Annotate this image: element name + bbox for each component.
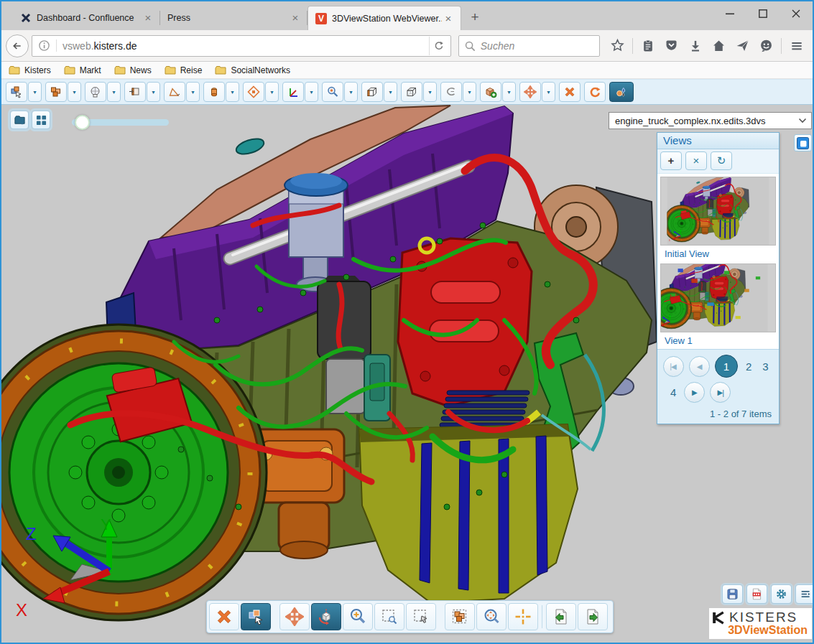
share-button[interactable]: [731, 34, 754, 57]
pager-last-button[interactable]: ▶|: [710, 382, 731, 403]
pager-page-4[interactable]: 4: [667, 386, 679, 398]
annotation-button[interactable]: [440, 82, 462, 102]
rotate-button[interactable]: [311, 603, 341, 630]
add-view-button[interactable]: +: [660, 151, 682, 170]
select-visible-button[interactable]: [445, 603, 475, 630]
add-view-button[interactable]: [10, 111, 29, 129]
alignment-axes-dropdown[interactable]: ▼: [305, 82, 318, 102]
zoom-fit-button[interactable]: [476, 603, 507, 630]
new-tab-button[interactable]: +: [464, 8, 486, 28]
panel-toggle-button[interactable]: [794, 134, 812, 151]
minimize-button[interactable]: [713, 1, 746, 26]
cube-wireframe-button[interactable]: [401, 82, 422, 102]
reload-model-button[interactable]: [584, 82, 606, 102]
next-view-button[interactable]: [578, 603, 608, 630]
measurement-button[interactable]: [164, 82, 185, 102]
model-file-select[interactable]: engine_truck_complex.nx.edits.3dvs: [609, 112, 812, 129]
alignment-axes-button[interactable]: [282, 82, 304, 102]
bookmark-kisters[interactable]: Kisters: [9, 65, 51, 75]
section-button[interactable]: [124, 82, 146, 102]
pager-page-1[interactable]: 1: [715, 355, 738, 378]
move-gizmo-dropdown[interactable]: ▼: [265, 82, 279, 102]
center-crosshair-button[interactable]: [508, 603, 538, 630]
select-mode-button[interactable]: [241, 603, 271, 630]
view-item-1[interactable]: View 1: [657, 261, 779, 347]
tab-press[interactable]: Press ×: [160, 6, 307, 30]
pager-page-3[interactable]: 3: [759, 360, 771, 373]
bookmark-reise[interactable]: Reise: [165, 65, 203, 75]
bookmark-markt[interactable]: Markt: [64, 65, 101, 75]
pdf-export-button[interactable]: [746, 584, 767, 604]
zoom-in-button[interactable]: [343, 603, 373, 630]
bookmark-news[interactable]: News: [114, 65, 152, 75]
cube-solid-button[interactable]: [361, 82, 383, 102]
back-button[interactable]: [6, 34, 29, 57]
color-tools-button[interactable]: [609, 82, 634, 102]
pocket-button[interactable]: [660, 34, 683, 57]
save-button[interactable]: [722, 584, 743, 604]
settings-button[interactable]: [771, 584, 792, 604]
search-input[interactable]: [459, 36, 599, 56]
tab-3dviewstation[interactable]: V 3DViewStation WebViewer... ×: [307, 6, 461, 30]
view-modes-button[interactable]: [45, 82, 67, 102]
tab-close-icon[interactable]: ×: [442, 12, 455, 25]
deselect-button[interactable]: [559, 82, 581, 102]
pager-first-button[interactable]: |◀: [663, 356, 684, 377]
url-text[interactable]: vsweb.kisters.de: [63, 40, 429, 52]
slider-knob[interactable]: [75, 115, 90, 130]
cube-wireframe-dropdown[interactable]: ▼: [423, 82, 437, 102]
pan-button[interactable]: [279, 603, 310, 630]
update-view-button[interactable]: ↻: [711, 151, 732, 170]
view-item-initial[interactable]: Initial View: [657, 174, 779, 261]
previous-view-button[interactable]: [546, 603, 576, 630]
maximize-button[interactable]: [746, 1, 780, 26]
reload-button[interactable]: [429, 37, 448, 55]
section-dropdown[interactable]: ▼: [147, 82, 160, 102]
pan-tool-dropdown[interactable]: ▼: [542, 82, 555, 102]
cube-solid-dropdown[interactable]: ▼: [384, 82, 397, 102]
annotation-dropdown[interactable]: ▼: [463, 82, 476, 102]
pager-page-2[interactable]: 2: [743, 360, 754, 373]
zoom-tools-button[interactable]: [322, 82, 343, 102]
downloads-button[interactable]: [683, 34, 707, 57]
info-icon[interactable]: [38, 39, 50, 52]
bookmark-star-button[interactable]: [606, 34, 629, 57]
render-mode-button[interactable]: [85, 82, 106, 102]
menu-button[interactable]: [785, 34, 808, 57]
select-tool-dropdown[interactable]: ▼: [28, 82, 42, 102]
delete-view-button[interactable]: ×: [685, 151, 707, 170]
transform-dropdown[interactable]: ▼: [226, 82, 239, 102]
pan-tool-button[interactable]: [519, 82, 541, 102]
tab-dashboard-confluence[interactable]: Dashboard - Confluence ×: [13, 6, 160, 30]
console-menu-button[interactable]: [795, 584, 813, 604]
view-thumbnail[interactable]: [660, 177, 776, 246]
pager-prev-button[interactable]: ◀: [689, 356, 710, 377]
layout-grid-button[interactable]: [32, 111, 50, 129]
url-bar[interactable]: vsweb.kisters.de: [32, 35, 451, 57]
select-area-button[interactable]: [406, 603, 436, 630]
import-model-button[interactable]: [480, 82, 501, 102]
measurement-dropdown[interactable]: ▼: [186, 82, 200, 102]
explosion-slider[interactable]: [72, 115, 169, 129]
render-mode-dropdown[interactable]: ▼: [107, 82, 121, 102]
transform-button[interactable]: [203, 82, 225, 102]
bookmark-label: Kisters: [24, 65, 51, 75]
move-gizmo-button[interactable]: [243, 82, 264, 102]
view-modes-dropdown[interactable]: ▼: [68, 82, 81, 102]
import-model-dropdown[interactable]: ▼: [502, 82, 516, 102]
pager-next-button[interactable]: ▶: [684, 382, 705, 403]
select-tool-button[interactable]: [6, 82, 27, 102]
feedback-button[interactable]: [754, 34, 778, 57]
zoom-area-button[interactable]: [374, 603, 404, 630]
zoom-tools-dropdown[interactable]: ▼: [344, 82, 358, 102]
home-button[interactable]: [707, 34, 731, 57]
tab-close-icon[interactable]: ×: [142, 11, 154, 24]
viewer-main-toolbar: ▼ ▼ ▼ ▼ ▼ ▼ ▼ ▼ ▼ ▼ ▼ ▼ ▼ ▼: [1, 79, 813, 105]
close-button[interactable]: [780, 1, 813, 26]
view-thumbnail[interactable]: [660, 263, 776, 332]
reading-list-button[interactable]: [636, 34, 660, 57]
deselect-button[interactable]: [209, 603, 239, 630]
search-bar[interactable]: [458, 35, 600, 57]
tab-close-icon[interactable]: ×: [289, 11, 302, 24]
bookmark-socialnetworks[interactable]: SocialNetworks: [215, 65, 290, 75]
